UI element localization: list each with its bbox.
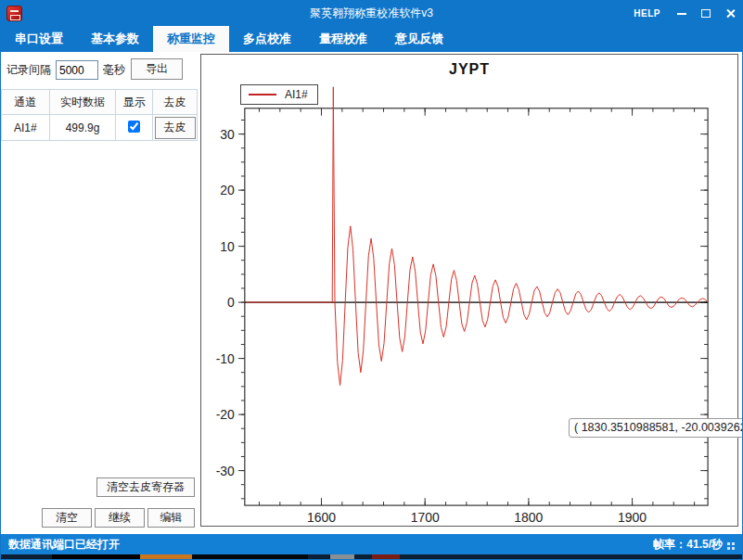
title-bar: 聚英翱翔称重校准软件v3 HELP xyxy=(1,1,742,26)
svg-text:30: 30 xyxy=(220,127,235,142)
header-channel: 通道 xyxy=(2,90,50,115)
taskbar-peek-strip xyxy=(1,554,742,560)
taskbar-item xyxy=(372,554,400,560)
svg-text:-30: -30 xyxy=(216,464,235,478)
header-display: 显示 xyxy=(116,90,153,115)
taskbar-item xyxy=(192,554,308,560)
tab-basic-params[interactable]: 基本参数 xyxy=(77,26,153,52)
svg-text:1700: 1700 xyxy=(411,510,440,525)
app-logo-icon xyxy=(6,6,22,21)
main-content: 记录间隔 毫秒 导出 通道 实时数据 显示 去皮 AI1# 499.9g xyxy=(1,52,742,534)
taskbar-item xyxy=(330,554,354,560)
realtime-value-cell: 499.9g xyxy=(49,115,116,141)
cursor-coordinates-tooltip: ( 1830.3510988581, -20.003926229 xyxy=(569,418,743,438)
continue-button[interactable]: 继续 xyxy=(95,508,145,528)
close-button[interactable] xyxy=(718,1,742,26)
svg-text:1800: 1800 xyxy=(514,510,543,525)
status-bar: 数据通讯端口已经打开 帧率：41.5/秒 xyxy=(1,534,742,554)
tare-button[interactable]: 去皮 xyxy=(155,117,196,139)
close-icon xyxy=(725,8,736,19)
svg-text:1600: 1600 xyxy=(307,510,336,525)
chart-panel: JYPT 1600170018001900-30-20-100102030 AI… xyxy=(200,54,738,527)
taskbar-item xyxy=(140,554,192,560)
channel-name-cell: AI1# xyxy=(2,115,50,141)
display-checkbox[interactable] xyxy=(128,121,140,133)
legend-line-sample xyxy=(249,94,276,95)
svg-text:-10: -10 xyxy=(216,351,235,366)
header-tare: 去皮 xyxy=(153,90,198,115)
status-message: 数据通讯端口已经打开 xyxy=(8,537,120,553)
channel-table: 通道 实时数据 显示 去皮 AI1# 499.9g 去皮 xyxy=(1,89,198,141)
clear-tare-register-button[interactable]: 清空去皮寄存器 xyxy=(96,477,195,497)
chart-canvas[interactable]: 1600170018001900-30-20-100102030 xyxy=(201,55,737,526)
help-button[interactable]: HELP xyxy=(624,8,670,19)
legend-series-label: AI1# xyxy=(285,88,308,101)
svg-text:0: 0 xyxy=(227,295,235,310)
maximize-button[interactable] xyxy=(694,1,718,26)
svg-text:10: 10 xyxy=(220,239,235,254)
svg-text:-20: -20 xyxy=(216,407,235,422)
chart-legend: AI1# xyxy=(240,84,318,105)
svg-text:20: 20 xyxy=(220,183,235,197)
resize-grip[interactable] xyxy=(732,547,735,550)
taskbar-item xyxy=(52,554,140,560)
tab-multipoint-calibration[interactable]: 多点校准 xyxy=(229,26,305,52)
app-window: 聚英翱翔称重校准软件v3 HELP 串口设置 基本参数 称重监控 多点校准 量程… xyxy=(0,0,743,560)
table-row: AI1# 499.9g 去皮 xyxy=(2,115,198,141)
frame-rate-label: 帧率：41.5/秒 xyxy=(653,537,723,553)
tab-serial-settings[interactable]: 串口设置 xyxy=(1,26,77,52)
maximize-icon xyxy=(701,9,711,18)
milliseconds-label: 毫秒 xyxy=(103,62,125,78)
tab-weighing-monitor[interactable]: 称重监控 xyxy=(153,26,229,52)
edit-button[interactable]: 编辑 xyxy=(147,508,195,528)
record-interval-input[interactable] xyxy=(56,60,98,80)
table-header-row: 通道 实时数据 显示 去皮 xyxy=(2,90,198,115)
svg-text:1900: 1900 xyxy=(618,510,647,525)
header-realtime-data: 实时数据 xyxy=(49,90,116,115)
minimize-icon xyxy=(677,13,686,15)
tare-cell: 去皮 xyxy=(153,115,198,141)
export-button[interactable]: 导出 xyxy=(131,58,183,80)
clear-button[interactable]: 清空 xyxy=(42,508,92,528)
display-cell xyxy=(116,115,153,141)
tab-feedback[interactable]: 意见反馈 xyxy=(381,26,457,52)
channel-panel: 记录间隔 毫秒 导出 通道 实时数据 显示 去皮 AI1# 499.9g xyxy=(1,52,199,534)
minimize-button[interactable] xyxy=(670,1,694,26)
record-interval-label: 记录间隔 xyxy=(6,62,51,78)
tab-range-calibration[interactable]: 量程校准 xyxy=(305,26,381,52)
tab-bar: 串口设置 基本参数 称重监控 多点校准 量程校准 意见反馈 xyxy=(1,26,742,52)
